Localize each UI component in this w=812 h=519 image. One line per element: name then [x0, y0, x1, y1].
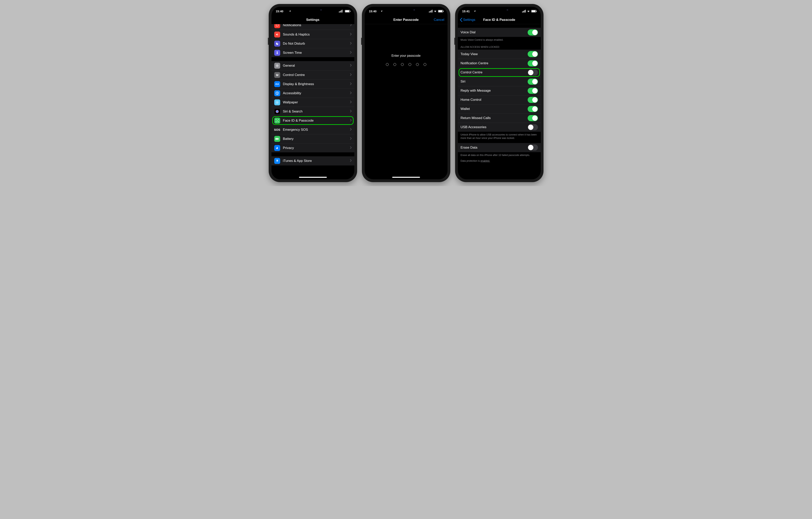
row-label: Display & Brightness — [283, 82, 350, 86]
back-label: Settings — [463, 18, 475, 22]
row-privacy[interactable]: Privacy — [271, 143, 354, 153]
row-general[interactable]: General — [271, 61, 354, 70]
home-indicator[interactable] — [299, 177, 327, 178]
privacy-icon — [274, 145, 280, 151]
row-reply-with-message[interactable]: Reply with Message — [458, 86, 541, 95]
toggle-today-view[interactable] — [528, 51, 538, 57]
row-label: General — [283, 64, 350, 67]
svg-point-8 — [277, 102, 278, 103]
wallpaper-icon — [274, 100, 280, 105]
row-notification-centre[interactable]: Notification Centre — [458, 59, 541, 68]
row-erase-data[interactable]: Erase Data — [458, 143, 541, 152]
row-label: Accessibility — [283, 91, 350, 95]
row-return-missed-calls[interactable]: Return Missed Calls — [458, 113, 541, 122]
sos-icon: SOS — [274, 127, 280, 133]
toggle-home-control[interactable] — [528, 97, 538, 103]
usb-footer: Unlock iPhone to allow USB accessories t… — [458, 132, 541, 140]
svg-rect-13 — [279, 138, 279, 139]
cellular-signal-icon — [522, 10, 526, 12]
gear-icon — [274, 63, 280, 69]
row-siri[interactable]: Siri & Search — [271, 107, 354, 116]
passcode-prompt: Enter your passcode — [392, 54, 420, 57]
row-accessibility[interactable]: Accessibility — [271, 88, 354, 98]
row-notifications[interactable]: Notifications — [271, 24, 354, 30]
toggle-control-centre[interactable] — [528, 70, 538, 76]
toggle-erase-data[interactable] — [528, 144, 538, 151]
nav-title: Enter Passcode — [394, 18, 419, 22]
row-label: USB Accessories — [461, 125, 486, 129]
toggle-return-missed-calls[interactable] — [528, 115, 538, 121]
row-label: Battery — [283, 137, 350, 141]
passcode-dot — [394, 63, 396, 66]
chevron-right-icon — [350, 110, 352, 113]
faceid-list[interactable]: Voice Dial Music Voice Control is always… — [458, 24, 541, 179]
row-label: Erase Data — [461, 146, 477, 149]
row-dnd[interactable]: Do Not Disturb — [271, 39, 354, 48]
row-face-id[interactable]: Face ID & Passcode — [271, 116, 354, 125]
toggle-wallet[interactable] — [528, 106, 538, 112]
notch — [294, 7, 332, 13]
row-siri[interactable]: Siri — [458, 77, 541, 86]
row-battery[interactable]: Battery — [271, 134, 354, 143]
nav-title: Settings — [306, 18, 319, 22]
row-label: Today View — [461, 52, 478, 56]
row-control-centre[interactable]: Control Centre — [271, 70, 354, 79]
status-time: 15:40 — [276, 9, 283, 13]
passcode-dot — [386, 63, 389, 66]
row-label: Privacy — [283, 146, 350, 150]
row-label: Do Not Disturb — [283, 42, 350, 46]
svg-rect-3 — [277, 74, 278, 75]
chevron-right-icon — [350, 42, 352, 46]
row-screen-time[interactable]: Screen Time — [271, 48, 354, 57]
row-control-centre[interactable]: Control Centre — [458, 68, 541, 77]
row-sos[interactable]: SOS Emergency SOS — [271, 125, 354, 134]
row-wallet[interactable]: Wallet — [458, 104, 541, 113]
status-time: 15:41 — [462, 9, 470, 13]
row-voice-dial[interactable]: Voice Dial — [458, 28, 541, 37]
row-wallpaper[interactable]: Wallpaper — [271, 98, 354, 107]
cancel-button[interactable]: Cancel — [434, 18, 444, 22]
chevron-right-icon — [350, 24, 352, 27]
row-label: Face ID & Passcode — [283, 119, 350, 122]
battery-icon — [345, 10, 350, 12]
display-icon: AA — [274, 81, 280, 87]
battery-icon — [531, 10, 536, 12]
row-label: Reply with Message — [461, 89, 491, 93]
phone-faceid-settings: 15:41 Settings Face ID & Passcode Voice … — [455, 4, 544, 182]
appstore-icon — [274, 158, 280, 164]
nav-bar: Settings Face ID & Passcode — [458, 16, 541, 24]
dp-link[interactable]: enabled. — [481, 160, 490, 162]
nav-title: Face ID & Passcode — [483, 18, 515, 22]
toggle-voice-dial[interactable] — [528, 29, 538, 35]
chevron-right-icon — [350, 146, 352, 150]
row-sounds[interactable]: Sounds & Haptics — [271, 30, 354, 39]
row-label: Voice Dial — [461, 30, 476, 34]
row-label: Sounds & Haptics — [283, 32, 350, 36]
home-indicator[interactable] — [392, 177, 420, 178]
svg-rect-4 — [276, 75, 279, 76]
toggle-siri[interactable] — [528, 79, 538, 85]
row-today-view[interactable]: Today View — [458, 50, 541, 59]
settings-list[interactable]: Notifications Sounds & Haptics Do Not Di… — [271, 24, 354, 179]
chevron-right-icon — [350, 119, 352, 122]
cellular-signal-icon — [339, 10, 343, 12]
toggle-notification-centre[interactable] — [528, 60, 538, 66]
svg-rect-2 — [276, 74, 277, 75]
row-display[interactable]: AA Display & Brightness — [271, 79, 354, 88]
row-label: Siri — [461, 80, 466, 84]
row-itunes[interactable]: iTunes & App Store — [271, 156, 354, 165]
passcode-dots — [386, 63, 426, 66]
nav-bar: Settings — [271, 16, 354, 24]
face-id-icon — [274, 118, 280, 124]
row-usb-accessories[interactable]: USB Accessories — [458, 122, 541, 132]
wifi-icon — [527, 9, 530, 13]
back-button[interactable]: Settings — [460, 18, 475, 22]
location-arrow-icon — [289, 9, 291, 13]
chevron-right-icon — [350, 128, 352, 132]
svg-point-6 — [277, 92, 278, 93]
row-home-control[interactable]: Home Control — [458, 95, 541, 104]
toggle-reply-with-message[interactable] — [528, 88, 538, 94]
nav-bar: Enter Passcode Cancel — [365, 16, 447, 24]
passcode-entry: Enter your passcode — [365, 24, 447, 179]
toggle-usb-accessories[interactable] — [528, 124, 538, 130]
